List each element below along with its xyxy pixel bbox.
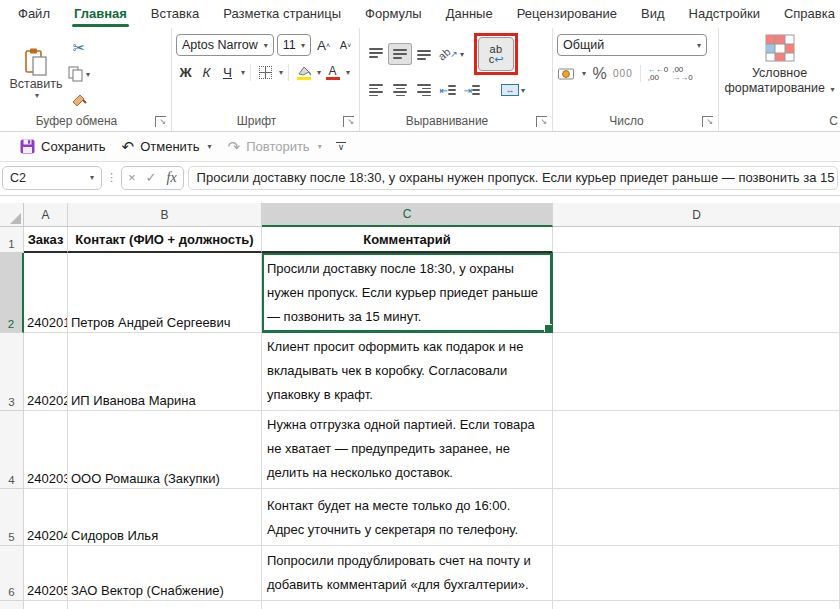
accounting-format-button[interactable] [557,63,576,84]
number-format-combo[interactable]: Общий ▾ [557,34,707,56]
column-header-d[interactable]: D [553,203,840,227]
row-header[interactable] [0,601,24,609]
decrease-indent-button[interactable]: ⇤ [436,79,460,101]
cell-comment[interactable]: Клиент просит оформить как подарок и не … [262,333,553,411]
tab-главная[interactable]: Главная [62,1,139,27]
copy-chevron-icon: ▾ [86,70,90,79]
enter-icon[interactable]: ✓ [146,170,157,185]
cell-contact[interactable]: Сидоров Илья [68,489,262,546]
merge-center-button[interactable]: ↔ ▾ [496,79,530,101]
column-header-c[interactable]: C [262,203,553,227]
bold-button[interactable]: Ж [176,62,195,83]
tab-справка[interactable]: Справка [772,1,840,27]
header-cell-comment[interactable]: Комментарий [262,227,553,253]
font-dialog-launcher[interactable]: ↘ [343,116,354,127]
formula-bar-splitter[interactable]: ⋮ [102,171,121,184]
fill-color-button[interactable] [294,62,313,83]
cell-order[interactable]: 240201 [24,253,68,333]
column-header-a[interactable]: A [24,203,68,227]
row-header[interactable]: 2 [0,253,24,333]
cell-contact[interactable]: ИП Иванова Марина [68,333,262,411]
paste-button[interactable]: Вставить ▾ [4,32,68,110]
copy-button[interactable]: ▾ [68,64,90,84]
tab-надстройки[interactable]: Надстройки [677,1,772,27]
cell-order[interactable]: 240204 [24,489,68,546]
increase-decimal-button[interactable]: ←←0 ,00 [648,63,668,84]
cell-order[interactable]: 240203 [24,411,68,489]
cell-order[interactable]: 240202 [24,333,68,411]
cell-empty[interactable] [68,601,262,609]
insert-function-icon[interactable]: fx [167,170,177,186]
grow-font-button[interactable]: А˄ [314,35,333,56]
cell-empty[interactable] [553,546,840,601]
cell-empty[interactable] [262,601,553,609]
align-bottom-button[interactable] [412,43,436,65]
cell-comment[interactable]: Нужна отгрузка одной партией. Если товар… [262,411,553,489]
font-size-combo[interactable]: 11 ▾ [277,34,311,56]
save-button[interactable]: Сохранить [14,136,112,157]
cell-empty[interactable] [24,601,68,609]
font-color-button[interactable]: А [323,62,342,83]
tab-данные[interactable]: Данные [434,1,505,27]
qat-overflow-icon[interactable]: ∨ [336,142,347,152]
formula-input[interactable]: Просили доставку после 18:30, у охраны н… [188,166,838,190]
shrink-font-button[interactable]: А˅ [336,35,355,56]
conditional-formatting-button[interactable]: Условное форматирование ▾ [725,34,835,97]
number-dialog-launcher[interactable]: ↘ [702,116,713,127]
spreadsheet-grid: A B C D 1 Заказ Контакт (ФИО + должность… [0,203,840,609]
tab-формулы[interactable]: Формулы [353,1,434,27]
cell-order[interactable]: 240205 [24,546,68,601]
cell-comment-selected[interactable]: Просили доставку после 18:30, у охраны н… [262,253,553,333]
cancel-icon[interactable]: × [128,170,136,185]
select-all-button[interactable] [0,203,24,227]
header-cell-empty[interactable] [553,227,840,253]
cell-empty[interactable] [553,333,840,411]
font-name-combo[interactable]: Aptos Narrow ▾ [176,34,274,56]
row-header[interactable]: 1 [0,227,24,253]
cell-contact[interactable]: ООО Ромашка (Закупки) [68,411,262,489]
undo-button[interactable]: ↶ Отменить ▾ [116,136,218,157]
cut-button[interactable]: ✂ [68,38,90,58]
format-painter-button[interactable] [68,90,90,110]
tab-рецензирование[interactable]: Рецензирование [505,1,629,27]
tab-вставка[interactable]: Вставка [139,1,211,27]
table-row: 6240205ЗАО Вектор (Снабжение)Попросили п… [0,546,840,601]
comma-style-button[interactable]: 000 [613,63,633,84]
orientation-button[interactable]: ab↗▾ [436,43,466,65]
row-header[interactable]: 3 [0,333,24,411]
tab-вид[interactable]: Вид [629,1,677,27]
percent-style-button[interactable]: % [590,63,609,84]
alignment-group: ab↗▾ ab c↩ ⇤ ⇥ ↔ ▾ Выравнивание ↘ [360,28,553,131]
cell-empty[interactable] [553,411,840,489]
borders-button[interactable] [256,62,275,83]
name-box[interactable]: C2 ▾ [2,166,102,190]
cell-empty[interactable] [553,489,840,546]
row-header[interactable]: 5 [0,489,24,546]
alignment-dialog-launcher[interactable]: ↘ [536,116,547,127]
increase-indent-button[interactable]: ⇥ [460,79,484,101]
column-header-b[interactable]: B [68,203,262,227]
cell-comment[interactable]: Попросили продублировать счет на почту и… [262,546,553,601]
tab-файл[interactable]: Файл [6,1,62,27]
align-middle-button[interactable] [388,43,412,65]
cell-empty[interactable] [553,253,840,333]
redo-button[interactable]: ↷ Повторить ▾ [222,136,328,157]
cell-comment[interactable]: Контакт будет на месте только до 16:00. … [262,489,553,546]
align-right-button[interactable] [412,79,436,101]
decrease-decimal-button[interactable]: ,00 →→0 [672,63,692,84]
cell-contact[interactable]: ЗАО Вектор (Снабжение) [68,546,262,601]
cell-contact[interactable]: Петров Андрей Сергеевич [68,253,262,333]
header-cell-contact[interactable]: Контакт (ФИО + должность) [68,227,262,253]
align-top-button[interactable] [364,43,388,65]
wrap-text-button[interactable]: ab c↩ [478,37,514,71]
tab-разметка страницы[interactable]: Разметка страницы [211,1,353,27]
clipboard-dialog-launcher[interactable]: ↘ [155,116,166,127]
cell-empty[interactable] [553,601,840,609]
row-header[interactable]: 4 [0,411,24,489]
align-center-button[interactable] [388,79,412,101]
italic-button[interactable]: К [197,62,216,83]
row-header[interactable]: 6 [0,546,24,601]
underline-button[interactable]: Ч [218,62,237,83]
header-cell-order[interactable]: Заказ [24,227,68,253]
align-left-button[interactable] [364,79,388,101]
